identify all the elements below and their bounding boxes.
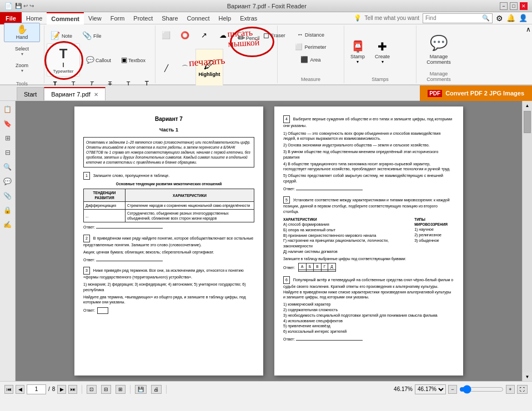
sidebar-sign-btn[interactable]: ✍ xyxy=(2,219,14,231)
pencil-wrap: ✏ Pencil xyxy=(233,29,264,47)
line-btn[interactable]: ╱ xyxy=(158,50,174,87)
manage-comments-btn[interactable]: 💬 Manage Comments xyxy=(419,29,459,69)
save-btn[interactable]: 💾 xyxy=(135,385,147,394)
textbox-icon: ▣ xyxy=(121,56,127,64)
textbox-btn[interactable]: ▣ Textbox xyxy=(117,43,149,77)
zoom-out-btn[interactable]: − xyxy=(448,385,457,394)
chevron-up-icon: ∧ xyxy=(526,26,531,33)
find-input[interactable] xyxy=(425,15,481,21)
sep-1 xyxy=(82,385,82,394)
window-title: Вариант 7.pdf - Foxit Reader xyxy=(34,3,500,9)
ellipse-btn[interactable]: ⭕ xyxy=(177,29,193,42)
expand-btn[interactable]: ⛶ xyxy=(517,385,528,394)
page-number-input[interactable] xyxy=(27,384,46,394)
right-scrollbar: ▲ ▼ xyxy=(522,101,532,381)
pdf-q3: 3 Ниже приведён ряд терминов. Все они, з… xyxy=(83,267,254,314)
file-attach-btn[interactable]: 📎 File xyxy=(78,29,106,42)
page-total: 8 xyxy=(52,386,56,392)
manage-icon: 💬 xyxy=(430,34,448,52)
search-icon[interactable]: 🔍 xyxy=(482,14,490,22)
prev-page-btn[interactable]: ◀ xyxy=(16,385,24,394)
perimeter-btn[interactable]: ⬜ Perimeter xyxy=(280,41,342,53)
fit-page-btn[interactable]: ⊡ xyxy=(87,385,97,394)
sidebar-attach-btn[interactable]: 📎 xyxy=(2,190,14,202)
menu-form[interactable]: Form xyxy=(106,12,129,24)
menu-comment[interactable]: Comment xyxy=(47,12,84,24)
menu-help[interactable]: Help xyxy=(214,12,236,24)
callout-icon: 💬 xyxy=(86,56,94,64)
area-btn[interactable]: ⬛ Area xyxy=(280,54,342,65)
hand-btn[interactable]: ✋ Hand xyxy=(4,23,40,42)
scroll-up-btn[interactable]: ▲ xyxy=(523,101,532,110)
polyline-btn[interactable]: ⌒ xyxy=(177,50,193,87)
rect-btn[interactable]: ⬜ xyxy=(158,29,174,42)
next-page-btn[interactable]: ▶ xyxy=(57,385,66,394)
notification-icon[interactable]: 🔔 xyxy=(506,14,515,22)
menubar: File Home Comment View Form Protect Shar… xyxy=(0,12,532,24)
sidebar-layers-btn[interactable]: ⊟ xyxy=(2,146,14,159)
select-btn[interactable]: Select ▾ xyxy=(4,43,40,59)
zoom-btn[interactable]: Zoom ▾ xyxy=(4,60,40,75)
sidebar-thumbs-btn[interactable]: ⊞ xyxy=(2,132,14,144)
pencil-btn[interactable]: ✏ Pencil xyxy=(233,29,264,47)
quick-access-toolbar[interactable]: 💾 ↩ ↪ xyxy=(15,3,34,9)
cloud-btn[interactable]: ☁ xyxy=(214,29,231,42)
scroll-down-btn[interactable]: ▼ xyxy=(523,372,532,381)
tab-close-btn[interactable]: ✕ xyxy=(94,92,98,98)
menu-protect[interactable]: Protect xyxy=(129,12,157,24)
tab-start[interactable]: Start xyxy=(17,87,44,100)
last-page-btn[interactable]: ⏭ xyxy=(68,385,77,394)
sidebar-bookmark-btn[interactable]: 🔖 xyxy=(2,118,14,130)
highlight-btn[interactable]: 🖊 Highlight xyxy=(195,49,223,87)
minimize-btn[interactable]: − xyxy=(500,2,508,10)
actual-size-btn[interactable]: ⊞ xyxy=(116,385,126,394)
stamp-btn[interactable]: 📮 Stamp ▾ xyxy=(347,29,369,75)
typewriter-wrap: T Ι Typewriter xyxy=(47,43,80,77)
note-btn[interactable]: 📝 Note xyxy=(47,29,76,42)
find-bar[interactable]: 🔍 xyxy=(423,13,493,23)
menu-share[interactable]: Share xyxy=(157,12,182,24)
manage-comments-section: 💬 Manage Comments Manage Comments xyxy=(416,26,461,83)
arrow-btn[interactable]: ↗ xyxy=(195,29,212,42)
callout-btn[interactable]: 💬 Callout xyxy=(82,43,115,77)
create-stamp-btn[interactable]: ✚ Create ▾ xyxy=(371,29,394,75)
drawing-section: ⬜ ⭕ ↗ ☁ ✏ Pencil ◻ Eraser ╱ ⌒ 🖊 xyxy=(155,26,278,83)
sidebar-nav-btn[interactable]: 📋 xyxy=(2,103,14,115)
pdf-q1: 1 Запишите слово, пропущенное в таблице.… xyxy=(83,172,254,230)
user-icon[interactable]: 👤 xyxy=(519,14,528,22)
scroll-track[interactable] xyxy=(523,110,532,372)
print-btn[interactable]: 🖨 xyxy=(151,385,162,394)
typewriter-btn[interactable]: T Ι Typewriter xyxy=(47,43,80,77)
settings-icon[interactable]: ⚙ xyxy=(496,14,503,23)
first-page-btn[interactable]: ⏮ xyxy=(4,385,13,394)
tab-current[interactable]: Вариант 7.pdf ✕ xyxy=(44,87,105,100)
window-controls[interactable]: − □ ✕ xyxy=(500,2,528,10)
scroll-thumb[interactable] xyxy=(524,111,531,133)
zoom-in-btn[interactable]: + xyxy=(506,385,515,394)
maximize-btn[interactable]: □ xyxy=(510,2,518,10)
area-icon: ⬛ xyxy=(300,56,308,63)
menu-extras[interactable]: Extras xyxy=(235,12,262,24)
eraser-btn[interactable]: ◻ Eraser xyxy=(266,29,283,42)
convert-banner-btn[interactable]: PDF Convert PDF 2 JPG Images xyxy=(420,85,532,101)
zoom-select[interactable]: 46.17% 50% 75% 100% 150% xyxy=(415,384,446,394)
menu-connect[interactable]: Connect xyxy=(183,12,214,24)
menu-view[interactable]: View xyxy=(84,12,106,24)
fit-width-btn[interactable]: ⊟ xyxy=(101,385,111,394)
manage-label: Manage Comments xyxy=(419,71,459,82)
tell-me-text[interactable]: Tell me what you want xyxy=(365,15,419,21)
sidebar-lock-btn[interactable]: 🔒 xyxy=(2,204,14,216)
distance-btn[interactable]: ↔ Distance xyxy=(280,29,342,40)
close-btn[interactable]: ✕ xyxy=(520,2,528,10)
pdf-page-left: Вариант 7 Часть 1 Ответами к заданиям 1–… xyxy=(74,106,263,376)
tools-section: ✋ Hand Select ▾ Zoom ▾ Tools xyxy=(0,26,44,83)
toolbar-collapse-btn[interactable]: ∧ xyxy=(526,26,531,33)
sidebar-comment-btn[interactable]: 💬 xyxy=(2,175,14,187)
convert-pdf-icon: PDF xyxy=(428,90,442,97)
note-icon: 📝 xyxy=(51,31,60,40)
pdf-area[interactable]: Вариант 7 Часть 1 Ответами к заданиям 1–… xyxy=(16,101,522,381)
pencil-icon: ✏ xyxy=(238,33,245,43)
pdf-part: Часть 1 xyxy=(83,126,254,134)
zoom-slider[interactable] xyxy=(459,385,504,394)
sidebar-search-btn[interactable]: 🔍 xyxy=(2,161,14,173)
